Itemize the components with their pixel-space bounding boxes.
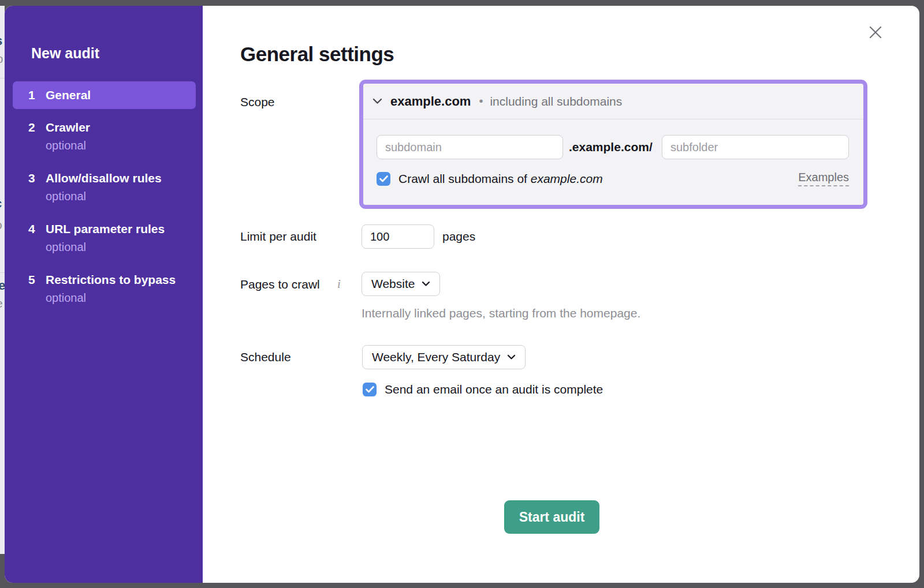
general-settings-panel: General settings Scope example.com • — [203, 6, 919, 583]
chevron-down-icon — [422, 281, 430, 287]
subdomain-input[interactable] — [377, 135, 563, 159]
step-number: 2 — [28, 121, 46, 134]
step-optional-tag: optional — [46, 241, 196, 254]
chevron-down-icon[interactable] — [372, 98, 382, 104]
subfolder-input[interactable] — [662, 135, 849, 159]
pages-to-crawl-dropdown[interactable]: Website — [362, 272, 440, 296]
step-label: General — [46, 88, 91, 102]
sidebar-item-restrictions-to-bypass[interactable]: 5 Restrictions to bypass optional — [13, 273, 196, 305]
crawl-all-subdomains-row: Crawl all subdomains of example.com Exam… — [377, 171, 849, 186]
email-notification-checkbox[interactable] — [363, 383, 377, 396]
email-notification-label: Send an email once an audit is complete — [385, 383, 603, 396]
step-number: 3 — [28, 171, 46, 185]
step-label: Crawler — [46, 121, 90, 134]
sidebar-item-general[interactable]: 1 General — [13, 81, 196, 109]
page-title: General settings — [240, 43, 394, 66]
email-notification-row: Send an email once an audit is complete — [363, 383, 603, 396]
background-text-fragment: s — [0, 33, 2, 48]
scope-config-box: example.com • including all subdomains .… — [359, 80, 867, 209]
scope-subdomains-note: including all subdomains — [490, 95, 622, 108]
step-label: URL parameter rules — [46, 222, 165, 236]
background-text-fragment: c — [0, 196, 2, 211]
new-audit-dialog: New audit 1 General 2 Crawler optional 3… — [5, 6, 919, 583]
background-divider — [0, 78, 5, 78]
schedule-dropdown[interactable]: Weekly, Every Saturday — [362, 345, 526, 369]
scope-domain: example.com — [390, 94, 471, 109]
check-icon — [366, 386, 374, 393]
start-audit-button[interactable]: Start audit — [504, 500, 599, 534]
background-text-fragment: /o — [0, 52, 3, 66]
schedule-label: Schedule — [240, 350, 291, 364]
audit-steps-sidebar: New audit 1 General 2 Crawler optional 3… — [5, 6, 203, 583]
step-label: Allow/disallow rules — [46, 171, 162, 185]
step-number: 1 — [28, 88, 46, 102]
pages-to-crawl-value: Website — [371, 277, 415, 291]
limit-unit-label: pages — [442, 230, 475, 244]
scope-label: Scope — [240, 95, 275, 109]
step-optional-tag: optional — [46, 190, 196, 203]
step-number: 5 — [28, 273, 46, 287]
step-optional-tag: optional — [46, 139, 196, 152]
close-icon — [867, 24, 884, 40]
crawl-all-subdomains-label: Crawl all subdomains of example.com — [398, 172, 603, 186]
info-icon[interactable]: i — [337, 277, 341, 291]
background-text-fragment: o — [0, 218, 2, 232]
background-text-fragment: e — [0, 297, 3, 310]
check-icon — [379, 175, 388, 182]
examples-link[interactable]: Examples — [798, 171, 849, 186]
schedule-value: Weekly, Every Saturday — [372, 350, 500, 364]
sidebar-item-url-parameter-rules[interactable]: 4 URL parameter rules optional — [13, 222, 196, 254]
close-dialog-button[interactable] — [866, 23, 885, 42]
step-number: 4 — [28, 222, 46, 236]
step-label: Restrictions to bypass — [46, 273, 176, 287]
scope-header: example.com • including all subdomains — [363, 84, 863, 119]
sidebar-title: New audit — [31, 45, 99, 62]
step-optional-tag: optional — [46, 291, 196, 305]
limit-per-audit-input[interactable] — [362, 224, 434, 249]
crawl-all-subdomains-checkbox[interactable] — [377, 172, 390, 186]
sidebar-item-crawler[interactable]: 2 Crawler optional — [13, 121, 196, 152]
background-divider — [0, 272, 5, 273]
domain-suffix-label: .example.com/ — [569, 140, 653, 154]
background-text-fragment: fe — [0, 278, 5, 293]
sidebar-item-allow-disallow-rules[interactable]: 3 Allow/disallow rules optional — [13, 171, 196, 203]
pages-to-crawl-help: Internally linked pages, starting from t… — [362, 306, 640, 320]
bullet-separator: • — [479, 95, 483, 108]
chevron-down-icon — [507, 354, 516, 360]
background-page-sliver: s /o c o fe e — [0, 6, 5, 554]
pages-to-crawl-label: Pages to crawl — [240, 278, 320, 291]
limit-per-audit-label: Limit per audit — [240, 230, 316, 244]
